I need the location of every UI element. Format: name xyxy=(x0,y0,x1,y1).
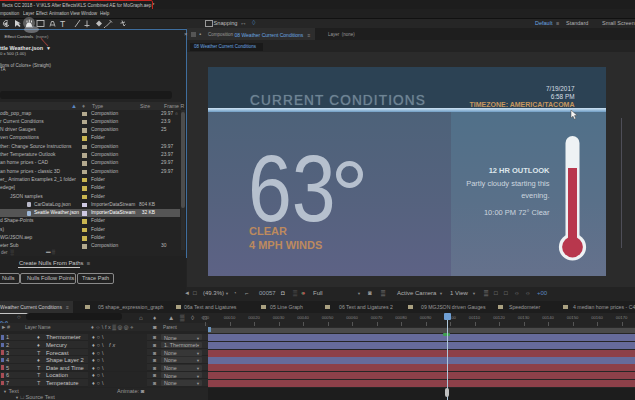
svg-text:T: T xyxy=(60,18,65,28)
